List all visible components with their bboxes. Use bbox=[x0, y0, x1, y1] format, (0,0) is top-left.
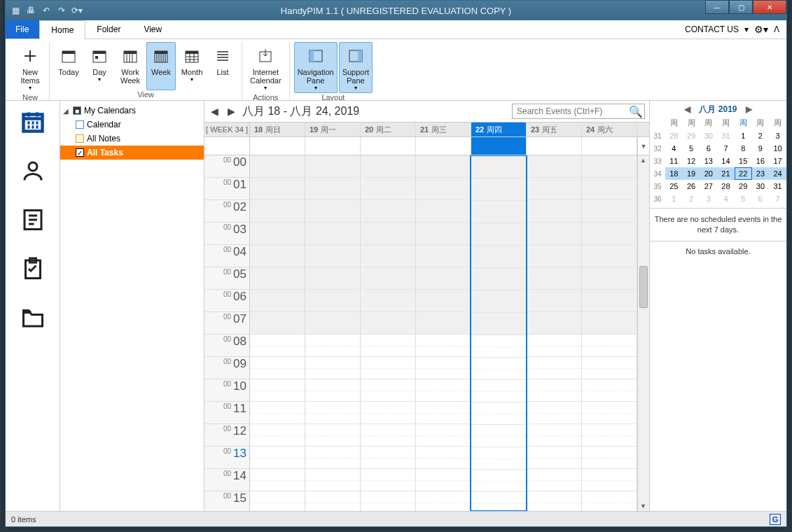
minical-day[interactable]: 15 bbox=[735, 155, 752, 167]
titlebar-undo-icon[interactable]: ↶ bbox=[41, 5, 52, 16]
minical-day[interactable]: 5 bbox=[735, 192, 752, 205]
minical-day[interactable]: 29 bbox=[735, 180, 752, 192]
day-column[interactable] bbox=[527, 155, 582, 511]
tree-root[interactable]: ◢ ■ My Calendars bbox=[60, 104, 204, 118]
day-header[interactable]: 21周三 bbox=[416, 122, 471, 136]
tree-alltasks-checkbox[interactable]: ✓ bbox=[76, 148, 84, 157]
titlebar-redo-icon[interactable]: ↷ bbox=[56, 5, 67, 16]
minical-day[interactable]: 18 bbox=[665, 167, 683, 180]
titlebar-print-icon[interactable]: 🖶 bbox=[25, 5, 36, 16]
minical-day[interactable]: 1 bbox=[665, 192, 683, 205]
contact-link[interactable]: CONTACT US bbox=[685, 24, 739, 34]
minical-day[interactable]: 4 bbox=[665, 142, 683, 155]
day-column[interactable] bbox=[416, 155, 471, 511]
minical-next-button[interactable]: ▶ bbox=[742, 104, 756, 114]
menu-folder[interactable]: Folder bbox=[85, 20, 132, 38]
minical-day[interactable]: 28 bbox=[717, 180, 735, 192]
search-icon[interactable]: 🔍 bbox=[627, 105, 644, 118]
cal-next-button[interactable]: ▶ bbox=[225, 104, 237, 118]
window-maximize-button[interactable]: ▢ bbox=[729, 0, 753, 14]
minical-day[interactable]: 28 bbox=[665, 130, 683, 142]
day-header[interactable]: 19周一 bbox=[305, 122, 361, 136]
day-column[interactable] bbox=[305, 155, 361, 511]
menu-view[interactable]: View bbox=[132, 20, 174, 38]
month-button[interactable]: Month▾ bbox=[177, 42, 207, 90]
allday-cell[interactable] bbox=[361, 137, 416, 155]
week-button[interactable]: Week bbox=[146, 42, 176, 90]
day-header[interactable]: 23周五 bbox=[527, 122, 582, 136]
day-column[interactable] bbox=[470, 155, 527, 511]
minical-day[interactable]: 27 bbox=[700, 180, 717, 192]
minical-day[interactable]: 4 bbox=[717, 192, 735, 205]
nav-tasks-icon[interactable] bbox=[19, 255, 47, 283]
minical-prev-button[interactable]: ◀ bbox=[680, 104, 695, 114]
new-items-button[interactable]: New Items ▾ bbox=[15, 42, 45, 93]
allday-cell[interactable] bbox=[527, 137, 582, 155]
day-button[interactable]: Day▾ bbox=[85, 42, 114, 90]
tree-calendar-checkbox[interactable] bbox=[76, 120, 84, 129]
minical-day[interactable]: 14 bbox=[717, 155, 735, 167]
tree-allnotes-checkbox[interactable] bbox=[76, 134, 84, 143]
titlebar-refresh-icon[interactable]: ⟳▾ bbox=[71, 5, 83, 16]
day-column[interactable] bbox=[582, 155, 637, 511]
day-header[interactable]: 24周六 bbox=[582, 122, 637, 136]
list-button[interactable]: List bbox=[208, 42, 237, 90]
menu-home[interactable]: Home bbox=[39, 20, 85, 39]
workweek-button[interactable]: Work Week bbox=[116, 42, 145, 90]
allday-cell[interactable] bbox=[582, 137, 637, 155]
tree-calendar[interactable]: Calendar bbox=[60, 118, 204, 132]
tree-collapse-icon[interactable]: ◢ bbox=[63, 107, 70, 115]
nav-contacts-icon[interactable] bbox=[19, 157, 47, 185]
minical-day[interactable]: 22 bbox=[735, 167, 752, 180]
minical-day[interactable]: 10 bbox=[769, 142, 786, 155]
minical-day[interactable]: 26 bbox=[683, 180, 700, 192]
minical-day[interactable]: 24 bbox=[769, 167, 786, 180]
allday-cell[interactable] bbox=[250, 137, 305, 155]
settings-gear-icon[interactable]: ⚙▾ bbox=[754, 24, 768, 35]
menu-file[interactable]: File bbox=[6, 20, 39, 38]
minical-day[interactable]: 2 bbox=[752, 130, 770, 142]
allday-cell[interactable] bbox=[416, 137, 471, 155]
tree-allnotes[interactable]: All Notes bbox=[60, 132, 204, 146]
minical-day[interactable]: 3 bbox=[769, 130, 786, 142]
minical-day[interactable]: 7 bbox=[769, 192, 786, 205]
minical-day[interactable]: 6 bbox=[700, 142, 717, 155]
search-input[interactable] bbox=[513, 106, 627, 116]
cal-prev-button[interactable]: ◀ bbox=[209, 104, 220, 118]
minical-day[interactable]: 31 bbox=[769, 180, 786, 192]
minical-day[interactable]: 16 bbox=[752, 155, 770, 167]
internet-calendar-button[interactable]: Internet Calendar▾ bbox=[246, 42, 285, 93]
support-pane-button[interactable]: Support Pane▾ bbox=[339, 42, 373, 93]
minical-day[interactable]: 3 bbox=[700, 192, 717, 205]
minical-day[interactable]: 30 bbox=[752, 180, 770, 192]
minical-day[interactable]: 5 bbox=[683, 142, 700, 155]
minical-day[interactable]: 8 bbox=[735, 142, 752, 155]
tree-root-checkbox[interactable]: ■ bbox=[73, 106, 81, 115]
minical-day[interactable]: 23 bbox=[752, 167, 770, 180]
day-header[interactable]: 18周日 bbox=[250, 122, 305, 136]
allday-cell[interactable] bbox=[471, 137, 527, 155]
minical-day[interactable]: 29 bbox=[683, 130, 700, 142]
minical-day[interactable]: 2 bbox=[683, 192, 700, 205]
allday-expand-icon[interactable]: ▼ bbox=[637, 137, 649, 155]
navigation-pane-button[interactable]: Navigation Pane▾ bbox=[294, 42, 338, 93]
allday-cell[interactable] bbox=[305, 137, 361, 155]
window-minimize-button[interactable]: — bbox=[705, 0, 729, 14]
minical-day[interactable]: 9 bbox=[752, 142, 770, 155]
scrollbar-thumb[interactable] bbox=[639, 266, 648, 308]
minical-day[interactable]: 19 bbox=[683, 167, 700, 180]
nav-calendar-icon[interactable] bbox=[19, 108, 47, 136]
minical-day[interactable]: 7 bbox=[717, 142, 735, 155]
day-column[interactable] bbox=[361, 155, 416, 511]
window-close-button[interactable]: ✕ bbox=[753, 0, 786, 14]
minical-day[interactable]: 12 bbox=[683, 155, 700, 167]
minical-day[interactable]: 17 bbox=[769, 155, 786, 167]
day-header[interactable]: 22周四 bbox=[471, 122, 527, 136]
minical-day[interactable]: 1 bbox=[735, 130, 752, 142]
minical-day[interactable]: 21 bbox=[717, 167, 735, 180]
nav-notes-icon[interactable] bbox=[19, 206, 47, 234]
tree-alltasks[interactable]: ✓ All Tasks bbox=[60, 146, 204, 160]
collapse-ribbon-icon[interactable]: ᐱ bbox=[774, 24, 779, 34]
vertical-scrollbar[interactable] bbox=[637, 155, 649, 511]
titlebar-calendar-icon[interactable]: ▦ bbox=[10, 5, 21, 16]
